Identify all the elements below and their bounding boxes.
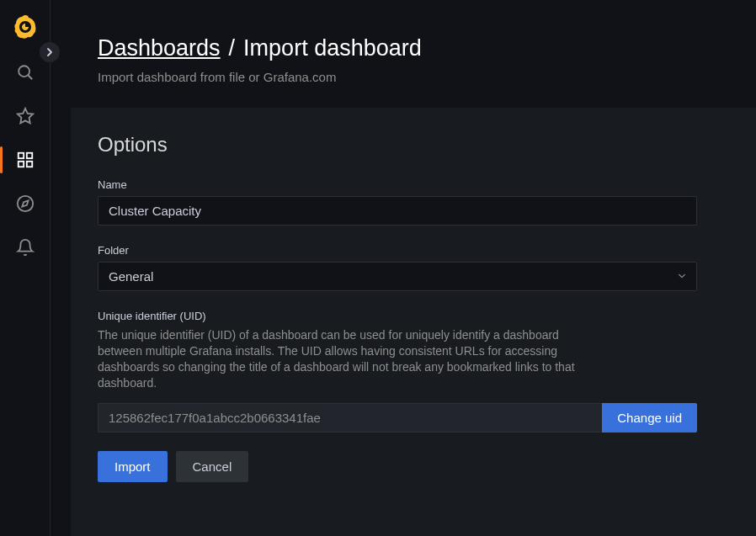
chevron-down-icon xyxy=(678,272,686,282)
name-field-group: Name xyxy=(98,178,729,226)
breadcrumb-current: Import dashboard xyxy=(243,35,422,61)
svg-rect-3 xyxy=(18,153,23,158)
action-buttons: Import Cancel xyxy=(98,451,729,482)
name-label: Name xyxy=(98,178,729,191)
folder-field-group: Folder General xyxy=(98,244,729,291)
breadcrumb: Dashboards / Import dashboard xyxy=(98,35,756,61)
folder-select-value: General xyxy=(109,269,153,284)
main-content: Dashboards / Import dashboard Import das… xyxy=(51,0,756,536)
page-subtitle: Import dashboard from file or Grafana.co… xyxy=(98,70,756,84)
grafana-logo[interactable] xyxy=(13,15,37,39)
dashboards-icon[interactable] xyxy=(15,150,35,170)
svg-rect-6 xyxy=(26,162,31,167)
uid-input-row: Change uid xyxy=(98,403,697,433)
sidebar-expand-button[interactable] xyxy=(40,42,60,62)
cancel-button[interactable]: Cancel xyxy=(176,451,249,482)
breadcrumb-separator: / xyxy=(229,35,236,61)
folder-select[interactable]: General xyxy=(98,262,697,291)
uid-input xyxy=(98,403,602,433)
content-panel: Options Name Folder General Unique ident… xyxy=(71,108,756,536)
breadcrumb-link-dashboards[interactable]: Dashboards xyxy=(98,35,221,61)
sidebar xyxy=(0,0,51,536)
svg-rect-4 xyxy=(26,153,31,158)
compass-icon[interactable] xyxy=(15,194,35,214)
star-icon[interactable] xyxy=(15,106,35,126)
name-input[interactable] xyxy=(98,196,697,226)
uid-label: Unique identifier (UID) xyxy=(98,310,729,322)
svg-point-0 xyxy=(19,66,29,77)
uid-help-text: The unique identifier (UID) of a dashboa… xyxy=(98,327,586,391)
folder-label: Folder xyxy=(98,244,729,257)
import-button[interactable]: Import xyxy=(98,451,168,482)
svg-line-1 xyxy=(28,75,32,79)
options-heading: Options xyxy=(98,133,729,157)
svg-marker-2 xyxy=(17,109,32,123)
svg-marker-8 xyxy=(22,200,28,206)
change-uid-button[interactable]: Change uid xyxy=(602,403,697,433)
uid-field-group: Unique identifier (UID) The unique ident… xyxy=(98,310,729,433)
search-icon[interactable] xyxy=(15,62,35,82)
page-header: Dashboards / Import dashboard Import das… xyxy=(51,0,756,108)
bell-icon[interactable] xyxy=(15,237,35,257)
svg-point-7 xyxy=(17,196,32,211)
svg-rect-5 xyxy=(18,162,23,167)
